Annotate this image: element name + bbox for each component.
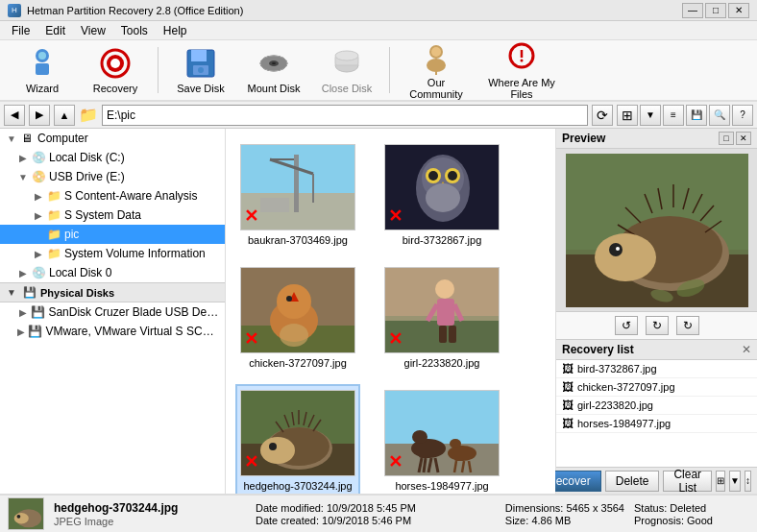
where-files-icon <box>504 40 539 75</box>
recovery-list-item-girl[interactable]: 🖼 girl-2233820.jpg <box>556 397 757 415</box>
view-details[interactable]: ≡ <box>663 105 684 126</box>
menu-help[interactable]: Help <box>156 22 195 39</box>
forward-button[interactable]: ▶ <box>29 105 50 126</box>
expand-vmware[interactable]: ▶ <box>15 326 27 337</box>
status-bar: hedgehog-3703244.jpg JPEG Image Date mod… <box>0 494 757 532</box>
wizard-button[interactable]: Wizard <box>8 44 77 96</box>
where-files-button[interactable]: Where Are My Files <box>478 44 565 96</box>
status-label: Status: <box>634 502 667 514</box>
preview-header: Preview □ ✕ <box>556 129 757 149</box>
tree-item-sandisk[interactable]: ▶ 💾 SanDisk Cruzer Blade USB Device <box>0 302 225 322</box>
preview-rotate-left[interactable]: ↺ <box>615 316 638 335</box>
tree-item-local-0[interactable]: ▶ 💿 Local Disk 0 <box>0 263 225 282</box>
tree-item-computer[interactable]: ▼ 🖥 Computer <box>0 129 225 148</box>
tree-item-usb-e[interactable]: ▼ 📀 USB Drive (E:) <box>0 167 225 186</box>
prognosis-label: Prognosis: <box>634 515 684 526</box>
view-large-icon[interactable]: ⊞ <box>617 105 638 126</box>
expand-local-0[interactable]: ▶ <box>15 268 31 278</box>
file-item-girl[interactable]: ✕ girl-2233820.jpg <box>379 261 504 375</box>
expand-sysvolinfo[interactable]: ▶ <box>31 249 46 259</box>
recovery-label: Recovery <box>93 83 137 94</box>
expand-local-c[interactable]: ▶ <box>15 153 31 163</box>
expand-content-aware[interactable]: ▶ <box>31 191 46 202</box>
expand-sandisk[interactable]: ▶ <box>15 307 30 318</box>
minimize-button[interactable]: — <box>682 3 703 18</box>
maximize-button[interactable]: □ <box>705 3 726 18</box>
window-controls[interactable]: — □ ✕ <box>682 3 749 18</box>
svg-rect-57 <box>439 326 447 343</box>
preview-refresh[interactable]: ↻ <box>646 316 669 335</box>
preview-rotate-right[interactable]: ↻ <box>676 316 699 335</box>
expand-system-data[interactable]: ▶ <box>31 210 46 221</box>
recovery-list-close[interactable]: ✕ <box>742 343 751 356</box>
where-files-label: Where Are My Files <box>481 77 562 100</box>
file-item-hedgehog[interactable]: ✕ hedgehog-3703244.jpg <box>235 384 360 494</box>
delete-mark-bird: ✕ <box>388 206 403 227</box>
view-help[interactable]: ? <box>732 105 753 126</box>
tree-item-content-aware[interactable]: ▶ 📁 S Content-Aware Analysis <box>0 186 225 206</box>
svg-line-82 <box>424 458 426 472</box>
view-filter[interactable]: ▼ <box>640 105 661 126</box>
community-button[interactable]: Our Community <box>398 44 475 96</box>
sort-button-2[interactable]: ▼ <box>729 471 741 492</box>
preview-image <box>566 154 748 307</box>
tree-panel: ▼ 🖥 Computer ▶ 💿 Local Disk (C:) ▼ 📀 USB… <box>0 129 226 494</box>
file-item-chicken[interactable]: ✕ chicken-3727097.jpg <box>235 261 360 375</box>
up-button[interactable]: ▲ <box>54 105 75 126</box>
view-save[interactable]: 💾 <box>686 105 707 126</box>
svg-point-20 <box>431 47 441 57</box>
expand-usb-e[interactable]: ▼ <box>15 172 31 182</box>
svg-point-78 <box>412 430 427 444</box>
sort-button-1[interactable]: ⊞ <box>716 471 725 492</box>
delete-button[interactable]: Delete <box>605 471 660 492</box>
delete-mark-horses: ✕ <box>388 451 403 472</box>
sort-button-3[interactable]: ↕ <box>745 471 751 492</box>
svg-point-113 <box>17 515 21 519</box>
recovery-list-item-chicken[interactable]: 🖼 chicken-3727097.jpg <box>556 378 757 397</box>
menu-file[interactable]: File <box>4 22 37 39</box>
svg-point-49 <box>280 324 308 347</box>
toolbar: Wizard ! Recovery Save Disk <box>0 40 757 102</box>
back-button[interactable]: ◀ <box>4 105 25 126</box>
usb-e-icon: 📀 <box>31 169 46 184</box>
expand-computer[interactable]: ▼ <box>4 133 19 144</box>
menu-edit[interactable]: Edit <box>37 22 73 39</box>
address-input[interactable] <box>102 105 588 126</box>
recovery-icon-bird: 🖼 <box>562 362 574 375</box>
file-item-baukran[interactable]: ✕ baukran-3703469.jpg <box>235 138 360 252</box>
view-search[interactable]: 🔍 <box>709 105 730 126</box>
right-panel: Preview □ ✕ <box>555 129 757 494</box>
file-item-horses[interactable]: ✕ horses-1984977.jpg <box>379 384 504 494</box>
mount-disk-button[interactable]: Mount Disk <box>239 44 308 96</box>
status-right: Status: Deleted Prognosis: Good <box>634 502 749 526</box>
preview-pop-button[interactable]: □ <box>719 132 734 145</box>
recovery-button[interactable]: ! Recovery <box>81 44 150 96</box>
file-thumb-horses: ✕ <box>384 390 500 476</box>
preview-close-button[interactable]: ✕ <box>736 132 751 145</box>
tree-item-pic[interactable]: 📁 pic <box>0 225 225 244</box>
tree-item-local-c[interactable]: ▶ 💿 Local Disk (C:) <box>0 148 225 167</box>
save-disk-icon <box>183 46 218 81</box>
sysvolinfo-label: System Volume Information <box>64 247 206 260</box>
menu-tools[interactable]: Tools <box>113 22 156 39</box>
menu-view[interactable]: View <box>73 22 113 39</box>
file-item-bird[interactable]: ✕ bird-3732867.jpg <box>379 138 504 252</box>
close-button[interactable]: ✕ <box>728 3 749 18</box>
vmware-label: VMware, VMware Virtual S SCSI Disk Devic <box>45 325 221 338</box>
recovery-icon: ! <box>98 46 133 81</box>
date-modified-value: 10/9/2018 5:45 PM <box>327 502 416 514</box>
status-status: Status: Deleted <box>634 502 749 514</box>
delete-mark-girl: ✕ <box>388 328 403 350</box>
svg-point-103 <box>595 233 656 281</box>
clear-list-button[interactable]: Clear List <box>663 471 712 492</box>
close-disk-button[interactable]: Close Disk <box>312 44 381 96</box>
refresh-button[interactable]: ⟳ <box>592 105 613 126</box>
tree-item-vmware[interactable]: ▶ 💾 VMware, VMware Virtual S SCSI Disk D… <box>0 322 225 341</box>
size-label: Size: <box>505 515 528 526</box>
recovery-list-item-horses[interactable]: 🖼 horses-1984977.jpg <box>556 415 757 433</box>
expand-physical-disks[interactable]: ▼ <box>4 287 19 298</box>
tree-item-system-data[interactable]: ▶ 📁 S System Data <box>0 206 225 225</box>
save-disk-button[interactable]: Save Disk <box>166 44 235 96</box>
tree-item-sysvolinfo[interactable]: ▶ 📁 System Volume Information <box>0 244 225 263</box>
recovery-list-item-bird[interactable]: 🖼 bird-3732867.jpg <box>556 360 757 378</box>
